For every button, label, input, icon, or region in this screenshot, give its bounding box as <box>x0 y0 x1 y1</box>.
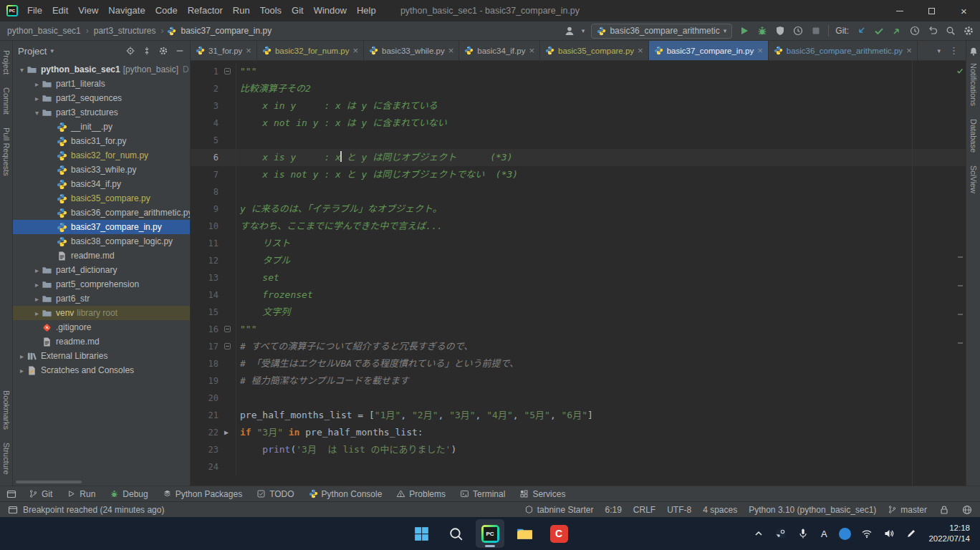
chevron-collapsed-icon[interactable]: ▸ <box>32 266 42 274</box>
tree-item-scratches-and-consoles[interactable]: ▸Scratches and Consoles <box>13 363 190 377</box>
code-line-24[interactable]: 24 <box>191 458 966 476</box>
breadcrumb-item-python-basic-sec1[interactable]: python_basic_sec1 <box>6 26 82 36</box>
menu-navigate[interactable]: Navigate <box>103 0 150 21</box>
tree-item-part1-literals[interactable]: ▸part1_literals <box>13 77 190 91</box>
tree-item-basic33-while-py[interactable]: basic33_while.py <box>13 163 190 177</box>
code-line-5[interactable]: 5 <box>191 132 966 149</box>
tab-basic37-compare-in-py[interactable]: basic37_compare_in.py× <box>649 41 769 60</box>
hide-panel-button[interactable] <box>175 46 185 56</box>
close-tab-icon[interactable]: × <box>352 46 358 55</box>
push-button[interactable] <box>891 25 903 37</box>
stripe-mark[interactable] <box>958 256 963 258</box>
status-message[interactable]: Breakpoint reached (24 minutes ago) <box>23 505 164 515</box>
tab-basic32-for-num-py[interactable]: basic32_for_num.py× <box>257 41 364 60</box>
commit-button[interactable] <box>873 25 885 37</box>
tool-stripe-pull-requests[interactable]: Pull Requests <box>2 127 11 176</box>
tab-basic34-if-py[interactable]: basic34_if.py× <box>459 41 540 60</box>
chevron-down-icon[interactable]: ▾ <box>50 47 54 54</box>
chevron-collapsed-icon[interactable]: ▸ <box>32 281 42 289</box>
gutter-line-6[interactable]: 6 <box>191 149 236 166</box>
code-line-2[interactable]: 2比較演算子その2 <box>191 80 966 97</box>
code-line-23[interactable]: 23 print('3月 は list の中にありました') <box>191 441 966 458</box>
taskbar-pycharm-app[interactable]: PC <box>476 519 504 548</box>
gutter-line-9[interactable]: 9 <box>191 201 236 218</box>
tool-stripe-sciview[interactable]: SciView <box>969 165 978 193</box>
editor[interactable]: 1−"""2比較演算子その23 x in y : x は y に含まれている4 … <box>191 61 966 486</box>
code-line-7[interactable]: 7 x is not y : x と y は同じオブジェクトでない (*3) <box>191 166 966 183</box>
tree-item-basic34-if-py[interactable]: basic34_if.py <box>13 177 190 191</box>
toolwindow-git[interactable]: Git <box>21 486 59 501</box>
blue-app-tray-icon[interactable] <box>835 522 854 545</box>
menu-git[interactable]: Git <box>287 0 309 21</box>
chevron-collapsed-icon[interactable]: ▸ <box>32 295 42 303</box>
gutter-line-20[interactable]: 20 <box>191 390 236 407</box>
panel-settings-button[interactable] <box>158 46 168 56</box>
history-button[interactable] <box>909 25 921 37</box>
tool-stripe-project[interactable]: Project <box>2 50 11 74</box>
update-project-button[interactable] <box>855 25 867 37</box>
collapse-all-button[interactable] <box>142 46 152 56</box>
tree-item-basic36-compare-arithmetic-py[interactable]: basic36_compare_arithmetic.py <box>13 206 190 220</box>
code-line-6[interactable]: 6 x is y : x と y は同じオブジェクト (*3) <box>191 149 966 166</box>
chevron-expanded-icon[interactable]: ▾ <box>17 66 27 74</box>
code-line-8[interactable]: 8 <box>191 183 966 201</box>
tool-stripe-notifications[interactable]: Notifications <box>969 63 978 106</box>
maximize-button[interactable] <box>916 0 948 21</box>
menu-edit[interactable]: Edit <box>47 0 73 21</box>
debug-button[interactable] <box>756 25 768 37</box>
tool-stripe-structure[interactable]: Structure <box>2 443 11 475</box>
tree-item-part5-comprehension[interactable]: ▸part5_comprehension <box>13 277 190 291</box>
toolwindow-services[interactable]: Services <box>512 486 572 501</box>
code-line-19[interactable]: 19# 極力簡潔なサンプルコードを載せます <box>191 372 966 390</box>
readonly-lock-icon[interactable] <box>938 504 950 516</box>
tab-basic35-compare-py[interactable]: basic35_compare.py× <box>540 41 649 60</box>
toolwindow-terminal[interactable]: Terminal <box>453 486 512 501</box>
code-line-14[interactable]: 14 frozenset <box>191 286 966 304</box>
gutter-line-18[interactable]: 18 <box>191 355 236 372</box>
tree-item-basic35-compare-py[interactable]: basic35_compare.py <box>13 191 190 206</box>
gutter-line-4[interactable]: 4 <box>191 115 236 132</box>
menu-help[interactable]: Help <box>352 0 381 21</box>
stripe-mark[interactable] <box>958 342 963 344</box>
taskbar-red-c-app[interactable]: C <box>544 519 573 548</box>
git-branch-widget[interactable]: master <box>888 505 927 515</box>
toolwindow-switcher-icon[interactable] <box>6 488 17 500</box>
wifi-icon[interactable] <box>858 522 876 545</box>
gutter-line-10[interactable]: 10 <box>191 218 236 235</box>
gutter-line-8[interactable]: 8 <box>191 183 236 201</box>
tree-item-readme-md[interactable]: readme.md <box>13 249 190 263</box>
tab-list-dropdown-icon[interactable]: ▾ <box>937 47 941 54</box>
menu-refactor[interactable]: Refactor <box>183 0 228 21</box>
tab-basic36-compare-arithmetic-py[interactable]: basic36_compare_arithmetic.py× <box>769 41 918 60</box>
toolwindow-run[interactable]: Run <box>59 486 102 501</box>
tree-item-part4-dictionary[interactable]: ▸part4_dictionary <box>13 263 190 277</box>
fold-icon[interactable]: − <box>224 343 231 349</box>
gutter-line-14[interactable]: 14 <box>191 286 236 304</box>
project-panel-title[interactable]: Project <box>18 46 47 57</box>
tab-options-icon[interactable]: ⋮ <box>949 45 959 56</box>
tab-31-for-py[interactable]: 31_for.py× <box>191 41 257 60</box>
chevron-collapsed-icon[interactable]: ▸ <box>32 80 42 88</box>
chevron-collapsed-icon[interactable]: ▸ <box>32 95 42 102</box>
gutter-line-23[interactable]: 23 <box>191 441 236 458</box>
code-line-22[interactable]: 22▶if "3月" in pre_half_months_list: <box>191 424 966 441</box>
menu-window[interactable]: Window <box>309 0 352 21</box>
tree-item-init-py[interactable]: __init__.py <box>13 120 190 134</box>
close-tab-icon[interactable]: × <box>638 46 643 55</box>
tree-item-venv[interactable]: ▸venvlibrary root <box>13 306 190 320</box>
toolwindow-python-packages[interactable]: Python Packages <box>155 486 249 501</box>
search-everywhere-button[interactable] <box>945 25 956 37</box>
ime-mode-indicator[interactable]: A <box>816 529 832 539</box>
chevron-collapsed-icon[interactable]: ▸ <box>17 367 27 375</box>
minimize-button[interactable] <box>883 0 916 21</box>
tree-item-part3-structures[interactable]: ▾part3_structures <box>13 105 190 120</box>
inspections-ok-icon[interactable] <box>956 67 964 75</box>
tool-stripe-bookmarks[interactable]: Bookmarks <box>2 390 11 430</box>
steam-tray-icon[interactable] <box>772 522 790 545</box>
coverage-button[interactable] <box>774 25 786 37</box>
stop-button[interactable] <box>810 25 822 37</box>
notifications-bell-icon[interactable] <box>969 47 979 57</box>
gutter-line-7[interactable]: 7 <box>191 166 236 183</box>
toolwindow-problems[interactable]: Problems <box>389 486 453 501</box>
gutter-line-17[interactable]: 17− <box>191 338 236 355</box>
